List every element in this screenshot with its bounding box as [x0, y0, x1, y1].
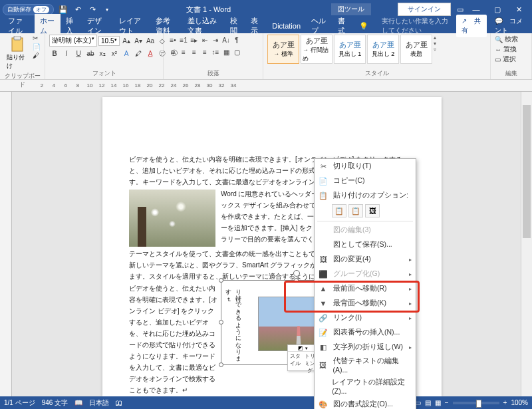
- language-indicator[interactable]: 日本語: [89, 398, 109, 408]
- svg-rect-1: [14, 36, 21, 40]
- select-button[interactable]: ▭選択: [495, 55, 518, 64]
- tab-dictation[interactable]: Dictation: [267, 20, 306, 32]
- find-button[interactable]: 🔍検索: [495, 35, 518, 44]
- subscript-icon[interactable]: x₂: [97, 48, 108, 59]
- style-heading2[interactable]: あア亜見出し 2: [367, 35, 399, 64]
- align-left-icon[interactable]: ≡: [168, 47, 178, 57]
- highlight-icon[interactable]: 🖍: [133, 48, 144, 59]
- cm-layout-detail[interactable]: レイアウトの詳細設定(Z)...: [315, 376, 416, 397]
- grow-font-icon[interactable]: A▴: [121, 35, 132, 46]
- context-menu: ✂切り取り(T) 📄コピー(C) 📋貼り付けのオプション: 📋 📋 🖼 図の編集…: [314, 158, 416, 409]
- borders-icon[interactable]: ▢: [231, 47, 242, 57]
- shading-icon[interactable]: ▦: [221, 47, 231, 57]
- paragraph[interactable]: ビデオを使うと、伝えたい内容を明確に表現できます。[オンライン ビデオ] をクリ…: [129, 283, 219, 396]
- send-back-icon: ▼: [317, 298, 329, 309]
- rotate-handle[interactable]: [293, 270, 300, 277]
- cm-alt-text[interactable]: 🖼代替テキストの編集(A)...: [315, 354, 416, 376]
- indent-dec-icon[interactable]: ⇤: [200, 35, 210, 45]
- shrink-font-icon[interactable]: A▾: [133, 35, 144, 46]
- cm-text-wrap[interactable]: ◧文字列の折り返し(W)▸: [315, 340, 416, 354]
- page-indicator[interactable]: 1/1 ページ: [4, 398, 35, 408]
- paste-picture-icon[interactable]: 🖼: [365, 204, 380, 217]
- undo-icon[interactable]: ↶: [72, 4, 83, 15]
- cm-copy[interactable]: 📄コピー(C): [315, 174, 416, 188]
- scrollbar-thumb[interactable]: [523, 105, 531, 238]
- style-title[interactable]: あア亜表題: [400, 35, 432, 64]
- numbering-icon[interactable]: ≡1: [178, 35, 189, 45]
- format-painter-icon[interactable]: 🖌: [33, 52, 41, 59]
- paste-button[interactable]: 貼り付け: [4, 35, 30, 72]
- autosave-state: オフ: [33, 6, 49, 13]
- chevron-right-icon: ▸: [409, 257, 412, 263]
- cut-icon[interactable]: ✂: [33, 35, 41, 42]
- multilevel-icon[interactable]: ≡▸: [189, 35, 200, 45]
- font-name-select[interactable]: 游明朝 (本文)▾: [49, 35, 97, 47]
- paste-keep-source-icon[interactable]: 📋: [332, 204, 346, 217]
- cm-format-picture[interactable]: 🎨図の書式設定(O)...: [315, 397, 416, 409]
- accessibility-icon[interactable]: 🕮: [116, 399, 122, 406]
- strike-icon[interactable]: ab: [85, 48, 96, 59]
- change-case-icon[interactable]: Aa: [145, 35, 156, 46]
- resize-handle-n[interactable]: [294, 278, 299, 283]
- resize-handle-sw[interactable]: [219, 362, 223, 367]
- font-size-select[interactable]: 10.5▾: [98, 36, 120, 46]
- cm-bring-front[interactable]: ▲最前面へ移動(R)▸: [315, 281, 416, 296]
- zoom-slider[interactable]: [453, 402, 499, 404]
- layout-style-label[interactable]: スタイル: [288, 352, 303, 375]
- signin-button[interactable]: サインイン: [398, 3, 451, 16]
- paste-icon: 📋: [317, 190, 329, 201]
- style-nospacing[interactable]: あア亜→ 行間詰め: [301, 35, 332, 64]
- copy-icon[interactable]: 📄: [33, 43, 41, 51]
- horizontal-ruler[interactable]: 246810121416182022242628303234: [0, 80, 532, 92]
- view-web-icon[interactable]: ▦: [435, 399, 441, 406]
- resize-handle-nw[interactable]: [219, 278, 223, 283]
- sort-icon[interactable]: A↓: [221, 35, 231, 45]
- inline-image-blossom[interactable]: [129, 190, 215, 247]
- text-effect-icon[interactable]: A: [121, 48, 132, 59]
- word-count[interactable]: 946 文字: [42, 398, 68, 408]
- paste-merge-icon[interactable]: 📋: [348, 204, 363, 217]
- replace-button[interactable]: ↔置換: [495, 45, 518, 54]
- ribbon-options-icon[interactable]: ▭: [455, 4, 466, 15]
- cm-send-back[interactable]: ▼最背面へ移動(K)▸: [315, 296, 416, 311]
- group-paragraph-label: 段落: [168, 69, 259, 78]
- cm-change-picture[interactable]: 🖼図の変更(4)▸: [315, 252, 416, 267]
- autosave-toggle[interactable]: 自動保存 オフ: [3, 4, 54, 15]
- align-center-icon[interactable]: ≡: [178, 47, 189, 57]
- italic-icon[interactable]: I: [61, 48, 72, 59]
- bold-icon[interactable]: B: [49, 48, 60, 59]
- underline-icon[interactable]: U: [73, 48, 84, 59]
- spellcheck-icon[interactable]: 📖: [74, 399, 82, 406]
- cm-save-as-picture[interactable]: 図として保存(S)...: [315, 237, 416, 252]
- line-spacing-icon[interactable]: ↕≡: [210, 47, 221, 57]
- bring-front-icon: ▲: [317, 283, 329, 294]
- styles-gallery-more[interactable]: ▴▾▿: [434, 35, 436, 53]
- cm-link[interactable]: 🔗リンク(I)▸: [315, 311, 416, 325]
- qat-dropdown-icon[interactable]: ▾: [102, 4, 112, 15]
- chevron-down-icon: ▾: [305, 346, 308, 351]
- cm-insert-caption[interactable]: 📝図表番号の挿入(N)...: [315, 325, 416, 340]
- show-marks-icon[interactable]: ¶: [231, 35, 242, 45]
- indent-inc-icon[interactable]: ⇥: [210, 35, 221, 45]
- group-icon: ⬛: [317, 269, 329, 279]
- style-normal[interactable]: あア亜→ 標準: [267, 35, 299, 64]
- cm-cut[interactable]: ✂切り取り(T): [315, 159, 416, 174]
- zoom-level[interactable]: 100%: [511, 399, 528, 406]
- zoom-out-icon[interactable]: −: [445, 399, 449, 406]
- resize-handle-w[interactable]: [219, 320, 223, 325]
- justify-icon[interactable]: ≡: [200, 47, 210, 57]
- view-print-icon[interactable]: ▤: [425, 399, 431, 406]
- vertical-scrollbar[interactable]: [521, 92, 532, 396]
- replace-icon: ↔: [495, 46, 501, 53]
- superscript-icon[interactable]: x²: [109, 48, 120, 59]
- zoom-in-icon[interactable]: +: [503, 399, 507, 406]
- font-color-icon[interactable]: A: [145, 48, 156, 59]
- text-wrap-icon: ◧: [317, 342, 329, 352]
- redo-icon[interactable]: ↷: [87, 4, 98, 15]
- wrapped-text-left[interactable]: り付けできるようになります。↵: [224, 285, 243, 362]
- align-right-icon[interactable]: ≡: [189, 47, 200, 57]
- vertical-ruler[interactable]: [0, 92, 12, 396]
- bullets-icon[interactable]: ≡•: [168, 35, 178, 45]
- save-icon[interactable]: 💾: [58, 4, 68, 15]
- style-heading1[interactable]: あア亜見出し 1: [334, 35, 366, 64]
